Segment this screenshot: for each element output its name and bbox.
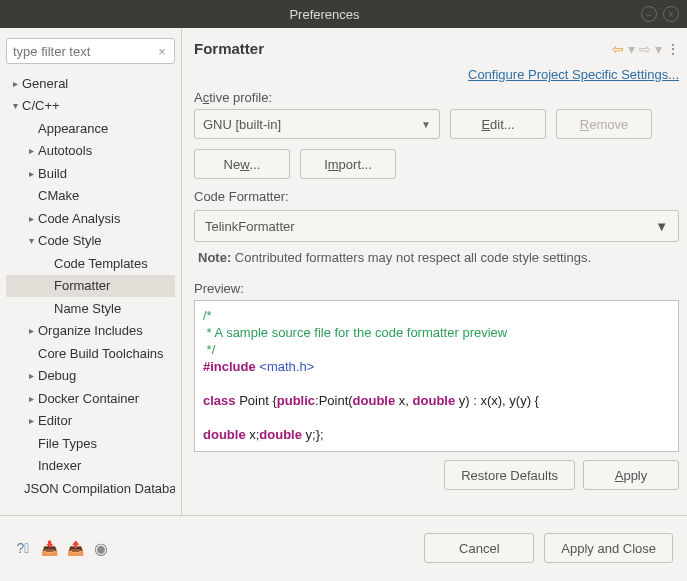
chevron-down-icon: ▼ xyxy=(421,119,431,130)
expand-icon[interactable]: ▸ xyxy=(24,168,38,179)
edit-button[interactable]: Edit... xyxy=(450,109,546,139)
tree-item-label: Build xyxy=(38,166,67,181)
tree-item-label: General xyxy=(22,76,68,91)
tree-item[interactable]: ▸Debug xyxy=(6,365,175,388)
expand-icon[interactable]: ▸ xyxy=(24,370,38,381)
close-icon[interactable]: × xyxy=(663,6,679,22)
active-profile-value: GNU [built-in] xyxy=(203,117,281,132)
forward-icon[interactable]: ⇨ xyxy=(639,41,651,57)
content-area: × ▸General▾C/C++Appearance▸Autotools▸Bui… xyxy=(0,28,687,516)
tree-item-label: Docker Container xyxy=(38,391,139,406)
tree-item[interactable]: JSON Compilation Database xyxy=(6,477,175,500)
filter-input[interactable] xyxy=(6,38,175,64)
code-formatter-label: Code Formatter: xyxy=(194,189,679,204)
back-menu-icon[interactable]: ▾ xyxy=(628,41,635,57)
apply-and-close-button[interactable]: Apply and Close xyxy=(544,533,673,563)
tree-item[interactable]: File Types xyxy=(6,432,175,455)
main-panel: Formatter ⇦ ▾ ⇨ ▾ ⋮ Configure Project Sp… xyxy=(182,28,687,515)
tree-item-label: Appearance xyxy=(38,121,108,136)
tree-item[interactable]: Formatter xyxy=(6,275,175,298)
expand-icon[interactable]: ▸ xyxy=(24,325,38,336)
note-label: Note: xyxy=(198,250,231,265)
expand-icon[interactable]: ▸ xyxy=(24,213,38,224)
tree-item-label: Formatter xyxy=(54,278,110,293)
tree-item[interactable]: Name Style xyxy=(6,297,175,320)
tree-item-label: Code Templates xyxy=(54,256,148,271)
collapse-icon[interactable]: ▾ xyxy=(8,100,22,111)
chevron-down-icon: ▼ xyxy=(655,219,668,234)
code-formatter-select[interactable]: TelinkFormatter ▼ xyxy=(194,210,679,242)
forward-menu-icon[interactable]: ▾ xyxy=(655,41,662,57)
new-button[interactable]: New... xyxy=(194,149,290,179)
tree-item[interactable]: ▸Editor xyxy=(6,410,175,433)
tree-item[interactable]: ▸Build xyxy=(6,162,175,185)
tree-item[interactable]: ▸Organize Includes xyxy=(6,320,175,343)
tree-item-label: Indexer xyxy=(38,458,81,473)
code-formatter-value: TelinkFormatter xyxy=(205,219,295,234)
window-title: Preferences xyxy=(8,7,641,22)
project-settings-link-row: Configure Project Specific Settings... xyxy=(194,67,679,82)
clear-icon[interactable]: × xyxy=(153,42,171,60)
page-title: Formatter xyxy=(194,40,612,57)
tree-item[interactable]: Appearance xyxy=(6,117,175,140)
tree-item[interactable]: Code Templates xyxy=(6,252,175,275)
tree-item[interactable]: Indexer xyxy=(6,455,175,478)
tree-item-label: Editor xyxy=(38,413,72,428)
tree-item-label: File Types xyxy=(38,436,97,451)
panel-actions: Restore Defaults Apply xyxy=(194,460,679,490)
restore-defaults-button[interactable]: Restore Defaults xyxy=(444,460,575,490)
configure-project-link[interactable]: Configure Project Specific Settings... xyxy=(468,67,679,82)
tree-item-label: Debug xyxy=(38,368,76,383)
cancel-button[interactable]: Cancel xyxy=(424,533,534,563)
tree-item[interactable]: ▾Code Style xyxy=(6,230,175,253)
expand-icon[interactable]: ▸ xyxy=(24,393,38,404)
tree-item[interactable]: Core Build Toolchains xyxy=(6,342,175,365)
active-profile-row: GNU [built-in] ▼ Edit... Remove xyxy=(194,109,679,139)
window-titlebar: Preferences – × xyxy=(0,0,687,28)
active-profile-label: Active profile: xyxy=(194,90,679,105)
apply-button[interactable]: Apply xyxy=(583,460,679,490)
preview-area: /* * A sample source file for the code f… xyxy=(194,300,679,452)
tree-item[interactable]: ▸Code Analysis xyxy=(6,207,175,230)
expand-icon[interactable]: ▸ xyxy=(24,145,38,156)
nav-history: ⇦ ▾ ⇨ ▾ ⋮ xyxy=(612,41,679,57)
tree-item[interactable]: ▸General xyxy=(6,72,175,95)
tree-item-label: C/C++ xyxy=(22,98,60,113)
back-icon[interactable]: ⇦ xyxy=(612,41,624,57)
window-controls: – × xyxy=(641,6,679,22)
active-profile-select[interactable]: GNU [built-in] ▼ xyxy=(194,109,440,139)
new-import-row: New... Import... xyxy=(194,149,679,179)
tree-item-label: JSON Compilation Database xyxy=(24,481,175,496)
tree-item-label: Name Style xyxy=(54,301,121,316)
footer-icons: ?⃝ 📥 📤 ◉ xyxy=(14,539,110,557)
tree-item-label: Organize Includes xyxy=(38,323,143,338)
tree-item[interactable]: ▾C/C++ xyxy=(6,95,175,118)
preview-label: Preview: xyxy=(194,281,679,296)
tree-item-label: Code Style xyxy=(38,233,102,248)
minimize-icon[interactable]: – xyxy=(641,6,657,22)
filter-wrap: × xyxy=(6,38,175,64)
import-button[interactable]: Import... xyxy=(300,149,396,179)
tree-item-label: Autotools xyxy=(38,143,92,158)
formatter-note: Note: Contributed formatters may not res… xyxy=(194,248,679,275)
collapse-icon[interactable]: ▾ xyxy=(24,235,38,246)
tree-item[interactable]: ▸Autotools xyxy=(6,140,175,163)
tree-item-label: Core Build Toolchains xyxy=(38,346,164,361)
note-text: Contributed formatters may not respect a… xyxy=(235,250,591,265)
remove-button: Remove xyxy=(556,109,652,139)
tree-item-label: Code Analysis xyxy=(38,211,120,226)
footer-buttons: Cancel Apply and Close xyxy=(424,533,673,563)
import-prefs-icon[interactable]: 📥 xyxy=(40,539,58,557)
expand-icon[interactable]: ▸ xyxy=(24,415,38,426)
export-prefs-icon[interactable]: 📤 xyxy=(66,539,84,557)
view-menu-icon[interactable]: ⋮ xyxy=(666,41,679,57)
tree-item[interactable]: ▸Docker Container xyxy=(6,387,175,410)
preferences-tree[interactable]: ▸General▾C/C++Appearance▸Autotools▸Build… xyxy=(6,72,175,500)
tree-item[interactable]: CMake xyxy=(6,185,175,208)
dialog-footer: ?⃝ 📥 📤 ◉ Cancel Apply and Close xyxy=(0,516,687,580)
expand-icon[interactable]: ▸ xyxy=(8,78,22,89)
sidebar: × ▸General▾C/C++Appearance▸Autotools▸Bui… xyxy=(0,28,182,515)
tree-item-label: CMake xyxy=(38,188,79,203)
oomph-icon[interactable]: ◉ xyxy=(92,539,110,557)
help-icon[interactable]: ?⃝ xyxy=(14,539,32,557)
